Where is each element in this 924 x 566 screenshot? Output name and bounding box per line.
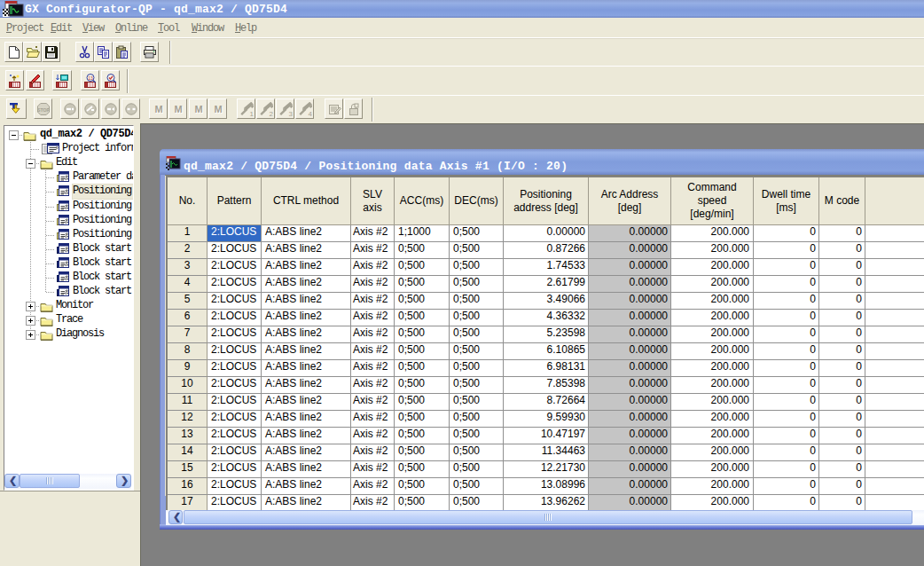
svg-text:STOP: STOP xyxy=(37,107,51,113)
svg-text:M: M xyxy=(214,104,222,114)
svg-text:M: M xyxy=(174,104,182,114)
svg-text:M: M xyxy=(194,104,202,114)
svg-text:3: 3 xyxy=(289,110,294,117)
svg-text:4: 4 xyxy=(309,110,313,117)
svg-text:13: 13 xyxy=(88,75,93,81)
svg-text:1: 1 xyxy=(250,110,254,117)
svg-text:M: M xyxy=(154,104,162,114)
svg-text:2: 2 xyxy=(270,110,274,117)
